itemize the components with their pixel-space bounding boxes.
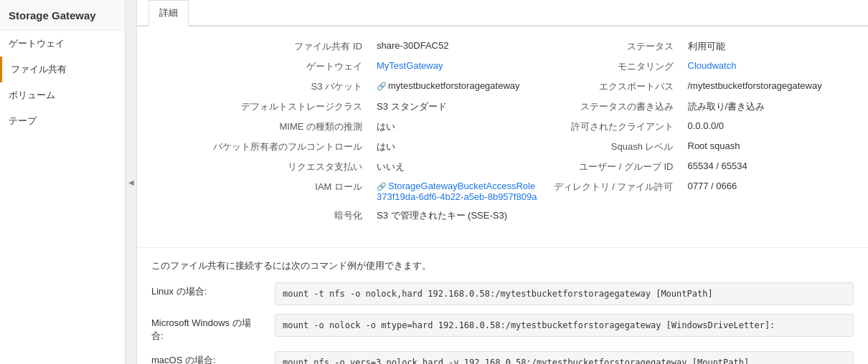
macos-command-row: macOS の場合: mount_nfs -o vers=3,nolock,ha… — [151, 351, 854, 364]
file-share-id-label: ファイル共有 ID — [151, 38, 367, 55]
sidebar-item-volume[interactable]: ボリューム — [0, 82, 125, 108]
requester-pays-label: リクエスタ支払い — [151, 158, 367, 176]
encryption-value: S3 で管理されたキー (SSE-S3) — [372, 207, 543, 224]
mime-value: はい — [372, 118, 543, 135]
encryption-label: 暗号化 — [151, 207, 367, 224]
requester-pays-value: いいえ — [372, 158, 543, 176]
status-write-label: ステータスの書き込み — [549, 98, 678, 115]
windows-command: mount -o nolock -o mtype=hard 192.168.0.… — [275, 314, 854, 337]
macos-command: mount_nfs -o vers=3,nolock,hard -v 192.1… — [275, 351, 854, 364]
mime-label: MIME の種類の推測 — [151, 118, 367, 135]
default-storage-class-value: S3 スタンダード — [372, 98, 543, 115]
monitoring-value[interactable]: Cloudwatch — [684, 58, 854, 75]
linux-command: mount -t nfs -o nolock,hard 192.168.0.58… — [275, 282, 854, 305]
status-write-value: 読み取り/書き込み — [684, 98, 854, 115]
sidebar-item-tape[interactable]: テープ — [0, 108, 125, 134]
export-path-label: エクスポートパス — [549, 78, 678, 95]
tab-bar: 詳細 — [137, 0, 868, 27]
default-storage-class-label: デフォルトストレージクラス — [151, 98, 367, 115]
main-content: 詳細 ファイル共有 ID share-30DFAC52 ステータス 利用可能 ゲ… — [137, 0, 868, 364]
squash-value: Root squash — [684, 138, 854, 155]
sidebar-item-file-share[interactable]: ファイル共有 — [0, 57, 125, 82]
sidebar: Storage Gateway ゲートウェイ ファイル共有 ボリューム テープ — [0, 0, 126, 364]
detail-section: ファイル共有 ID share-30DFAC52 ステータス 利用可能 ゲートウ… — [137, 27, 868, 241]
windows-command-row: Microsoft Windows の場 合: mount -o nolock … — [151, 314, 854, 343]
user-group-id-label: ユーザー / グループ ID — [549, 158, 678, 176]
linux-command-row: Linux の場合: mount -t nfs -o nolock,hard 1… — [151, 282, 854, 305]
iam-role-label: IAM ロール — [151, 178, 367, 204]
command-section: このファイル共有に接続するには次のコマンド例が使用できます。 Linux の場合… — [137, 247, 868, 364]
allowed-clients-label: 許可されたクライアント — [549, 118, 678, 135]
gateway-label: ゲートウェイ — [151, 58, 367, 75]
external-link-icon: 🔗 — [377, 82, 387, 90]
command-intro: このファイル共有に接続するには次のコマンド例が使用できます。 — [151, 259, 854, 272]
external-link-icon-iam: 🔗 — [377, 182, 387, 191]
sidebar-item-gateway[interactable]: ゲートウェイ — [0, 31, 125, 57]
export-path-value: /mytestbucketforstoragegateway — [684, 78, 854, 95]
linux-label: Linux の場合: — [151, 282, 266, 298]
bucket-owner-value: はい — [372, 138, 543, 155]
bucket-owner-label: バケット所有者のフルコントロール — [151, 138, 367, 155]
s3-bucket-value[interactable]: 🔗mytestbucketforstoragegateway — [372, 78, 543, 95]
dir-file-perm-label: ディレクトリ / ファイル許可 — [549, 178, 678, 204]
dir-file-perm-value: 0777 / 0666 — [684, 178, 854, 204]
status-label: ステータス — [549, 38, 678, 55]
windows-label: Microsoft Windows の場 合: — [151, 314, 266, 343]
sidebar-collapse-handle[interactable]: ◀ — [126, 0, 137, 364]
file-share-id-value: share-30DFAC52 — [372, 38, 543, 55]
detail-grid: ファイル共有 ID share-30DFAC52 ステータス 利用可能 ゲートウ… — [151, 38, 854, 224]
s3-bucket-label: S3 バケット — [151, 78, 367, 95]
iam-role-value[interactable]: 🔗StorageGatewayBucketAccessRole373f19da-… — [372, 178, 543, 204]
user-group-id-value: 65534 / 65534 — [684, 158, 854, 176]
tab-detail[interactable]: 詳細 — [148, 0, 189, 27]
gateway-value[interactable]: MyTestGateway — [372, 58, 543, 75]
squash-label: Squash レベル — [549, 138, 678, 155]
allowed-clients-value: 0.0.0.0/0 — [684, 118, 854, 135]
status-value: 利用可能 — [684, 38, 854, 55]
app-title: Storage Gateway — [0, 0, 125, 31]
macos-label: macOS の場合: — [151, 351, 266, 364]
monitoring-label: モニタリング — [549, 58, 678, 75]
